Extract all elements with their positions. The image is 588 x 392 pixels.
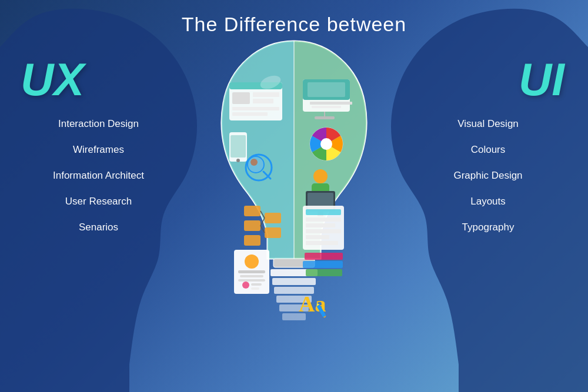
svg-rect-23 [238, 270, 265, 273]
svg-rect-36 [312, 106, 341, 108]
main-title: The Difference between [0, 13, 588, 36]
svg-rect-9 [244, 206, 260, 216]
svg-rect-5 [253, 92, 279, 97]
svg-rect-13 [265, 227, 281, 238]
ux-item-4: User Research [21, 196, 176, 207]
ux-item-3: Information Architect [21, 170, 176, 182]
svg-line-16 [260, 226, 265, 233]
ui-item-2: Colours [412, 144, 564, 156]
svg-rect-12 [265, 213, 281, 223]
lightbulb-svg: Aa [212, 35, 376, 341]
ux-label: UX [21, 53, 176, 106]
svg-rect-54 [303, 261, 343, 268]
svg-point-19 [250, 159, 258, 166]
svg-point-40 [320, 138, 332, 150]
ui-item-1: Visual Design [412, 118, 564, 130]
ux-item-1: Interaction Design [21, 118, 176, 130]
ux-item-2: Wireframes [21, 144, 176, 156]
svg-rect-47 [306, 209, 341, 215]
svg-rect-8 [232, 112, 268, 116]
ux-section: UX Interaction Design Wireframes Informa… [0, 35, 176, 247]
svg-rect-49 [306, 223, 335, 227]
ux-item-5: Senarios [21, 222, 176, 233]
svg-rect-28 [251, 287, 259, 290]
center-bulb: Aa [176, 35, 412, 341]
ui-section: UI Visual Design Colours Graphic Design … [412, 35, 588, 247]
svg-point-41 [313, 169, 328, 183]
svg-rect-51 [306, 235, 329, 239]
ui-item-4: Layouts [412, 196, 564, 207]
bulb-base-2 [272, 278, 316, 285]
svg-point-22 [245, 254, 259, 269]
svg-rect-50 [306, 229, 341, 233]
svg-rect-34 [308, 82, 345, 97]
svg-point-31 [236, 159, 240, 162]
svg-rect-35 [310, 102, 352, 105]
svg-rect-25 [238, 279, 265, 282]
svg-rect-6 [253, 99, 273, 103]
svg-rect-30 [230, 135, 246, 158]
svg-rect-11 [244, 235, 260, 246]
svg-rect-38 [315, 116, 335, 119]
ui-item-3: Graphic Design [412, 170, 564, 182]
svg-rect-24 [240, 275, 263, 277]
svg-rect-10 [244, 220, 260, 231]
svg-rect-53 [305, 253, 343, 260]
svg-rect-48 [306, 217, 341, 222]
svg-rect-27 [251, 283, 262, 286]
svg-point-26 [242, 282, 249, 289]
svg-rect-4 [232, 92, 250, 104]
ui-item-5: Typography [412, 222, 564, 233]
svg-rect-55 [306, 269, 342, 276]
svg-rect-7 [232, 107, 279, 110]
svg-rect-52 [306, 241, 338, 245]
ui-label: UI [412, 53, 564, 106]
